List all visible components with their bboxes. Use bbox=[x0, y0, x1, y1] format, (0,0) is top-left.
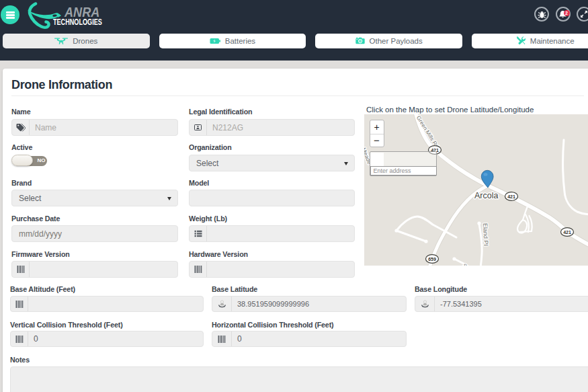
svg-text:421: 421 bbox=[563, 230, 571, 235]
svg-text:Eland Pl: Eland Pl bbox=[482, 223, 489, 246]
svg-text:Arcola: Arcola bbox=[474, 191, 498, 200]
svg-text:659: 659 bbox=[428, 257, 436, 262]
svg-text:TECHNOLOGIES: TECHNOLOGIES bbox=[53, 17, 102, 27]
svg-text:421: 421 bbox=[507, 194, 515, 199]
